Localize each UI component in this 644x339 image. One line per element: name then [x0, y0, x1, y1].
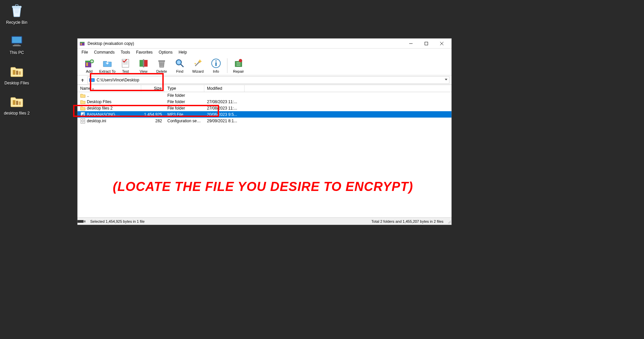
toolbar-view-button[interactable]: View	[135, 57, 153, 75]
recycle-bin-icon	[9, 3, 25, 19]
file-row[interactable]: ..File folder	[77, 92, 451, 98]
file-list-header: Name▴ Size Type Modified	[77, 85, 451, 92]
file-row[interactable]: desktop.ini282Configuration setti...29/0…	[77, 118, 451, 124]
toolbar-label: Repair	[233, 69, 244, 73]
file-list[interactable]: ..File folderDesktop FIlesFile folder27/…	[77, 92, 451, 217]
file-type-icon	[80, 93, 86, 98]
minimize-button[interactable]	[403, 39, 419, 48]
desktop-icon-label: Desktop FIles	[4, 81, 29, 85]
file-name: desktop files 2	[87, 106, 113, 111]
desktop-icon-desktop-files-2[interactable]: desktop files 2	[1, 93, 32, 116]
svg-rect-13	[80, 43, 82, 45]
menu-help[interactable]: Help	[176, 49, 190, 55]
menu-options[interactable]: Options	[156, 49, 175, 55]
svg-rect-12	[80, 42, 85, 43]
desktop-icon-label: Recycle Bin	[6, 20, 27, 25]
maximize-button[interactable]	[419, 39, 434, 48]
delete-icon	[156, 58, 167, 69]
file-name: desktop.ini	[87, 119, 106, 123]
desktop-icon-this-pc[interactable]: This PC	[1, 33, 32, 55]
svg-rect-0	[12, 6, 21, 8]
svg-rect-37	[90, 79, 94, 81]
desktop-icon-recycle-bin[interactable]: Recycle Bin	[1, 3, 32, 25]
toolbar-label: Find	[176, 69, 183, 73]
svg-rect-24	[144, 60, 148, 67]
desktop-icon-label: This PC	[10, 50, 24, 55]
svg-rect-8	[13, 100, 15, 105]
winrar-app-icon	[79, 41, 85, 46]
toolbar-delete-button[interactable]: Delete	[153, 57, 171, 75]
toolbar-find-button[interactable]: Find	[171, 57, 189, 75]
column-type[interactable]: Type	[165, 85, 204, 92]
svg-rect-10	[19, 101, 21, 105]
folder-icon	[9, 63, 25, 79]
toolbar-add-button[interactable]: Add	[80, 57, 98, 75]
svg-rect-2	[12, 37, 21, 43]
file-row[interactable]: Desktop FIlesFile folder27/08/2023 11:..…	[77, 98, 451, 105]
svg-rect-33	[215, 62, 217, 66]
address-dropdown-icon[interactable]	[444, 78, 448, 81]
extract-to-icon	[102, 58, 113, 69]
svg-rect-25	[143, 59, 144, 67]
file-type: File folder	[165, 99, 204, 104]
test-icon	[120, 58, 131, 69]
toolbar-label: Test	[122, 69, 129, 73]
svg-rect-3	[14, 44, 19, 45]
toolbar-label: Extract To	[99, 69, 116, 73]
desktop-icon-label: desktop files 2	[4, 111, 30, 116]
toolbar-separator	[227, 58, 227, 73]
file-row[interactable]: BANANASONG....1,454,925MP3 File20/06/202…	[77, 111, 451, 118]
toolbar-repair-button[interactable]: Repair	[229, 57, 248, 75]
toolbar-info-button[interactable]: Info	[207, 57, 225, 75]
svg-rect-26	[158, 60, 165, 62]
svg-rect-15	[425, 42, 428, 45]
find-icon	[174, 58, 185, 69]
file-type: File folder	[165, 106, 204, 111]
toolbar-label: Add	[86, 69, 93, 73]
desktop-icon-desktop-files[interactable]: Desktop FIles	[1, 63, 32, 85]
toolbar-wizard-button[interactable]: Wizard	[189, 57, 207, 75]
file-type: File folder	[165, 93, 204, 98]
toolbar-label: Wizard	[192, 69, 204, 73]
column-modified[interactable]: Modified	[204, 85, 245, 92]
toolbar-label: Info	[213, 69, 219, 73]
svg-point-35	[239, 59, 242, 62]
toolbar-test-button[interactable]: Test	[116, 57, 135, 75]
file-type-icon	[80, 118, 86, 124]
svg-rect-7	[19, 71, 21, 75]
svg-point-32	[215, 60, 217, 62]
svg-line-29	[181, 64, 183, 67]
menu-commands[interactable]: Commands	[91, 49, 117, 55]
file-size: 282	[141, 119, 165, 123]
file-name: ..	[87, 93, 89, 98]
view-icon	[138, 58, 149, 69]
column-size[interactable]: Size	[141, 85, 165, 92]
this-pc-icon	[9, 33, 25, 49]
svg-rect-4	[13, 45, 21, 46]
toolbar-extract-to-button[interactable]: Extract To	[98, 57, 116, 75]
file-type: MP3 File	[165, 112, 204, 117]
add-icon	[84, 58, 95, 69]
titlebar[interactable]: Desktop (evaluation copy)	[77, 39, 451, 49]
column-name[interactable]: Name▴	[77, 85, 141, 92]
file-name: Desktop FIles	[87, 99, 111, 104]
file-type-icon	[80, 99, 86, 105]
menu-file[interactable]: File	[79, 49, 91, 55]
menu-favorites[interactable]: Favorites	[133, 49, 155, 55]
address-field[interactable]: C:\Users\Vince\Desktop	[88, 76, 449, 84]
address-bar: C:\Users\Vince\Desktop	[77, 75, 451, 85]
file-type: Configuration setti...	[165, 119, 204, 123]
svg-rect-43	[77, 220, 84, 223]
file-size: 1,454,925	[141, 112, 165, 117]
toolbar-label: Delete	[156, 69, 167, 73]
resize-grip-icon[interactable]	[446, 219, 451, 224]
menubar: File Commands Tools Favorites Options He…	[77, 49, 451, 56]
menu-tools[interactable]: Tools	[118, 49, 133, 55]
close-button[interactable]	[434, 39, 449, 48]
toolbar: Add Extract To Test View Delete Find Wiz…	[77, 56, 451, 75]
file-type-icon	[80, 112, 86, 117]
repair-icon	[233, 58, 244, 69]
up-button[interactable]	[79, 77, 86, 83]
folder-icon	[9, 93, 25, 110]
file-row[interactable]: desktop files 2File folder27/08/2023 11:…	[77, 105, 451, 111]
